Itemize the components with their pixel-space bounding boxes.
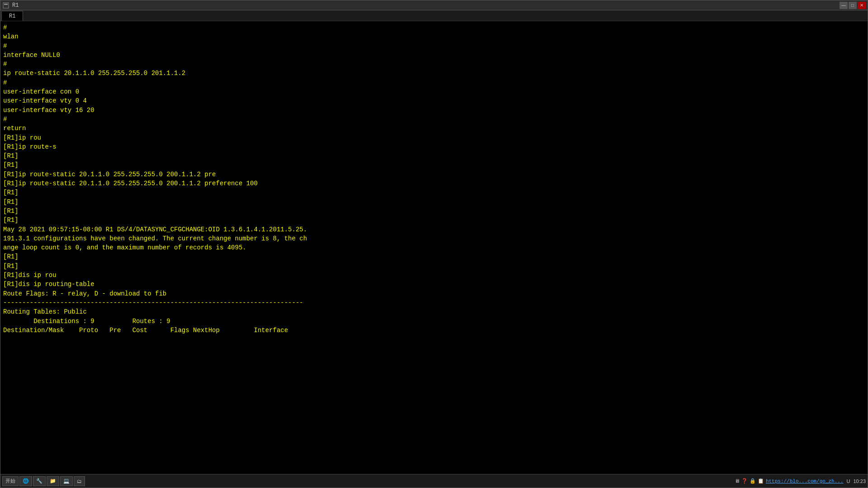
title-bar-left: R1 [2,2,19,9]
terminal-line: [R1]ip route-static 20.1.1.0 255.255.255… [3,179,865,188]
close-button[interactable]: ✕ [858,2,866,9]
tab-label: R1 [9,13,15,19]
start-button[interactable]: 开始 [2,476,19,486]
tab-bar: R1 [0,10,868,21]
terminal-output: #wlan#interface NULL0#ip route-static 20… [3,23,865,335]
terminal-line: [R1] [3,188,865,197]
window-icon [2,2,9,9]
terminal-line: [R1] [3,252,865,261]
terminal-line: [R1]ip route-s [3,142,865,151]
terminal-line: # [3,23,865,32]
terminal-line: [R1] [3,206,865,216]
terminal-line: [R1]ip rou [3,133,865,142]
terminal-line: [R1]dis ip routing-table [3,280,865,289]
minimize-button[interactable]: — [840,2,848,9]
terminal-line: [R1]ip route-static 20.1.1.0 255.255.255… [3,170,865,179]
terminal-tab[interactable]: R1 [1,11,23,21]
terminal-line: May 28 2021 09:57:15-08:00 R1 DS/4/DATAS… [3,225,865,234]
network-icon: 🖥 [735,478,740,484]
terminal-line: # [3,78,865,87]
title-bar: R1 — □ ✕ [0,0,868,10]
window-title: R1 [12,2,19,9]
title-bar-controls: — □ ✕ [840,2,866,9]
terminal-line: wlan [3,32,865,41]
taskbar: 开始 🌐 🔧 📁 💻 🗂 🖥 ❓ 🔒 📋 https://blo...com/g… [0,474,868,488]
terminal-content[interactable]: #wlan#interface NULL0#ip route-static 20… [0,21,868,474]
terminal-line: # [3,60,865,69]
taskbar-right: 🖥 ❓ 🔒 📋 https://blo...com/go_zh... U 10:… [735,478,866,484]
terminal-line: [R1] [3,216,865,225]
terminal-line: Route Flags: R - relay, D - download to … [3,289,865,298]
url-display[interactable]: https://blo...com/go_zh... [766,479,844,484]
terminal-line: user-interface vty 0 4 [3,96,865,105]
taskbar-ie-button[interactable]: 🌐 [19,476,32,486]
terminal-line: ip route-static 20.1.1.0 255.255.255.0 2… [3,69,865,78]
terminal-line: ----------------------------------------… [3,298,865,307]
taskbar-tool-button[interactable]: 🔧 [33,476,46,486]
terminal-line: [R1]dis ip rou [3,271,865,280]
security-icon: 🔒 [750,478,756,484]
terminal-line: Routing Tables: Public [3,307,865,316]
taskbar-left: 开始 🌐 🔧 📁 💻 🗂 [2,476,85,486]
terminal-line: interface NULL0 [3,51,865,60]
start-label: 开始 [5,478,15,484]
terminal-line: [R1] [3,262,865,271]
terminal-line: return [3,124,865,133]
help-icon: ❓ [741,478,748,484]
terminal-line: [R1] [3,160,865,169]
clock: 10:23 [853,479,866,484]
terminal-line: user-interface vty 16 20 [3,106,865,115]
terminal-line: # [3,42,865,51]
restore-button[interactable]: □ [849,2,857,9]
terminal-line: Destination/Mask Proto Pre Cost Flags Ne… [3,326,865,335]
taskbar-user: U [845,479,852,484]
terminal-line: 191.3.1 configurations have been changed… [3,234,865,243]
taskbar-cmd-button[interactable]: 💻 [60,476,73,486]
terminal-line: [R1] [3,151,865,160]
svg-rect-0 [3,3,9,8]
terminal-line: [R1] [3,197,865,206]
terminal-line: Destinations : 9 Routes : 9 [3,317,865,326]
main-window: R1 — □ ✕ R1 #wlan#interface NULL0#ip rou… [0,0,868,488]
taskbar-files-button[interactable]: 🗂 [74,476,85,486]
svg-rect-1 [4,4,8,5]
taskbar-folder-button[interactable]: 📁 [47,476,59,486]
terminal-line: user-interface con 0 [3,87,865,96]
clipboard-icon: 📋 [758,478,764,484]
terminal-line: ange loop count is 0, and the maximum nu… [3,243,865,252]
terminal-line: # [3,115,865,124]
